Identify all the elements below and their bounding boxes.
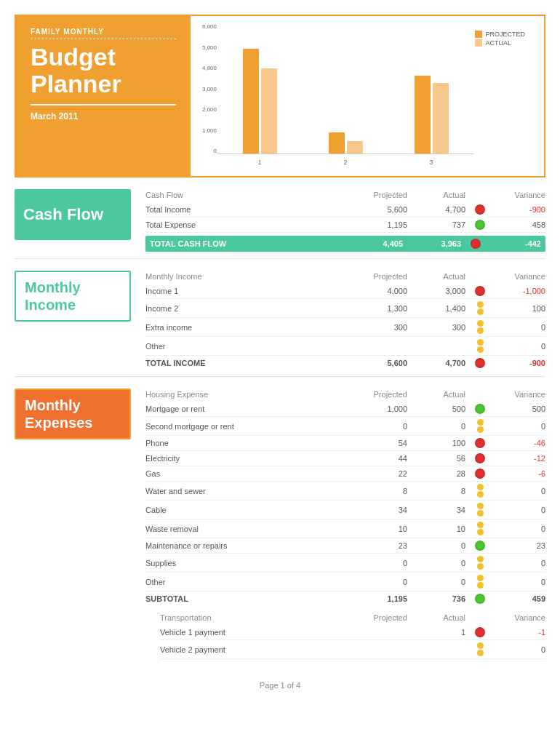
cf-col-variance: Variance (495, 191, 545, 199)
exp-row-7-name: Waste removal (145, 525, 342, 533)
cf-total-proj: 4,405 (337, 239, 403, 248)
table-row: Extra income 300 300 0 (145, 318, 545, 337)
exp-row-8-name: Maintenance or repairs (145, 541, 342, 550)
exp-row-7-actual: 10 (407, 525, 465, 533)
transport-col-projected: Projected (342, 613, 407, 622)
page-footer: Page 1 of 4 (0, 681, 560, 690)
tr-row-0-variance: -1 (495, 628, 545, 637)
section-divider (15, 258, 545, 259)
header-right: 6,000 5,000 4,000 3,000 2,000 1,000 0 (191, 16, 544, 176)
table-row: Income 1 4,000 3,000 -1,000 (145, 284, 545, 299)
exp-row-2-actual: 100 (407, 439, 465, 447)
mi-row-2-proj: 300 (342, 323, 407, 332)
expenses-content: Housing Expense Projected Actual Varianc… (131, 389, 545, 606)
exp-row-7-proj: 10 (342, 525, 407, 533)
legend-projected-label: PROJECTED (485, 31, 525, 38)
mi-row-3-name: Other (145, 342, 342, 351)
exp-row-3-actual: 56 (407, 454, 465, 463)
table-row: Other 0 (145, 337, 545, 356)
table-row: Phone 54 100 -46 (145, 436, 545, 451)
cf-total-indicator (461, 239, 490, 249)
table-row: Gas 22 28 -6 (145, 466, 545, 482)
indicator-red (475, 469, 485, 479)
exp-row-6-name: Cable (145, 506, 342, 514)
bar-actual-1 (261, 68, 277, 154)
housing-col-projected: Projected (342, 390, 407, 399)
indicator-green (475, 594, 485, 604)
chart-legend: PROJECTED ACTUAL (475, 31, 525, 48)
exp-row-10-actual: 0 (407, 578, 465, 586)
cf-row-income-proj: 5,600 (342, 205, 407, 214)
bar-projected-1 (243, 49, 259, 154)
indicator-green (475, 404, 485, 414)
housing-table-header: Housing Expense Projected Actual Varianc… (145, 389, 545, 400)
transportation-section: Transportation Projected Actual Variance… (145, 612, 545, 659)
exp-row-10-proj: 0 (342, 578, 407, 586)
exp-row-8-proj: 23 (342, 541, 407, 550)
cash-flow-label-box: Cash Flow (15, 189, 131, 240)
table-row: SUBTOTAL 1,195 736 459 (145, 591, 545, 606)
cf-row-expense-name: Total Expense (145, 220, 342, 229)
mi-row-1-variance: 100 (495, 304, 545, 313)
exp-row-9-variance: 0 (495, 559, 545, 567)
exp-row-1-actual: 0 (407, 422, 465, 431)
exp-row-3-variance: -12 (495, 454, 545, 463)
cash-flow-label-container: Cash Flow (15, 189, 131, 252)
title-line1: Budget (31, 43, 116, 71)
table-row: Other 0 0 0 (145, 573, 545, 591)
mi-total-proj: 5,600 (342, 359, 407, 367)
cf-row-income-indicator (465, 204, 495, 215)
exp-row-0-proj: 1,000 (342, 405, 407, 413)
exp-row-8-actual: 0 (407, 541, 465, 550)
mi-row-2-name: Extra income (145, 323, 342, 332)
mi-row-1-indicator (465, 301, 495, 315)
table-row: Supplies 0 0 0 (145, 554, 545, 573)
cash-flow-total-row: TOTAL CASH FLOW 4,405 3,963 -442 (145, 236, 545, 252)
housing-col-name: Housing Expense (145, 390, 342, 399)
income-label: Monthly Income (25, 279, 121, 314)
tr-row-1-name: Vehicle 2 payment (160, 645, 342, 654)
mi-row-1-proj: 1,300 (342, 304, 407, 313)
cf-col-actual: Actual (407, 191, 465, 199)
mi-row-0-actual: 3,000 (407, 287, 465, 295)
bar-chart (217, 38, 474, 154)
exp-row-3-name: Electricity (145, 454, 342, 463)
mi-row-1-name: Income 2 (145, 304, 342, 313)
exp-row-4-proj: 22 (342, 469, 407, 478)
mi-total-name: TOTAL INCOME (145, 359, 342, 367)
exp-row-2-name: Phone (145, 439, 342, 447)
exp-row-2-variance: -46 (495, 439, 545, 447)
indicator-red (475, 286, 485, 296)
expenses-label: Monthly Expenses (25, 397, 121, 431)
header-date: March 2011 (31, 111, 176, 121)
bar-actual-3 (433, 83, 449, 154)
cf-total-name: TOTAL CASH FLOW (150, 239, 337, 248)
mi-col-name: Monthly Income (145, 272, 342, 281)
exp-row-5-actual: 8 (407, 487, 465, 495)
transport-rows: Vehicle 1 payment 1 -1 Vehicle 2 payment… (145, 625, 545, 659)
indicator-red (475, 438, 485, 448)
mi-row-2-variance: 0 (495, 323, 545, 332)
exp-row-6-variance: 0 (495, 506, 545, 514)
exp-row-5-name: Water and sewer (145, 487, 342, 495)
exp-row-0-name: Mortgage or rent (145, 405, 342, 413)
header-section: FAMILY MONTHLY Budget Planner March 2011… (15, 15, 545, 178)
exp-row-10-name: Other (145, 578, 342, 586)
table-row: Water and sewer 8 8 0 (145, 482, 545, 501)
cash-flow-section: Cash Flow Cash Flow Projected Actual Var… (15, 189, 545, 252)
table-row: Cable 34 34 0 (145, 501, 545, 519)
legend-actual-label: ACTUAL (485, 39, 511, 47)
indicator-red (475, 627, 485, 637)
mi-col-actual: Actual (407, 272, 465, 281)
cf-row-expense-variance: 458 (495, 220, 545, 229)
header-title: Budget Planner (31, 44, 176, 98)
tr-row-0-actual: 1 (407, 628, 465, 637)
bar-projected-3 (415, 76, 431, 154)
table-row: Mortgage or rent 1,000 500 500 (145, 402, 545, 417)
mi-row-0-name: Income 1 (145, 287, 342, 295)
transport-col-variance: Variance (495, 613, 545, 622)
table-row: Vehicle 2 payment 0 (160, 640, 545, 659)
bar-group-1 (217, 49, 303, 154)
mi-row-2-indicator (465, 320, 495, 334)
y-axis: 6,000 5,000 4,000 3,000 2,000 1,000 0 (202, 23, 217, 154)
